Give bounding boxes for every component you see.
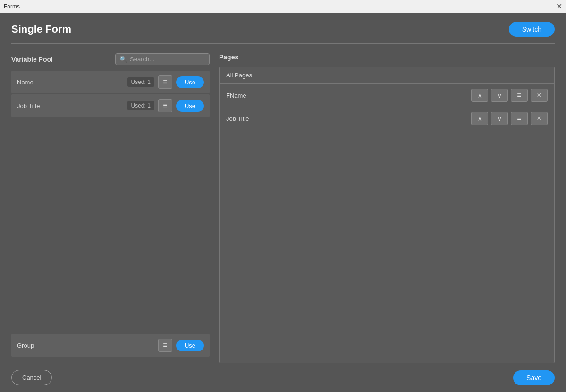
- variable-jobtitle-menu-button[interactable]: [158, 99, 172, 112]
- variable-pool-header: Variable Pool 🔍: [11, 53, 210, 65]
- page-jobtitle-label: Job Title: [226, 115, 468, 122]
- variable-item-name: Name Used: 1 Use: [11, 71, 210, 93]
- variable-list: Name Used: 1 Use Job Title Used: 1 Use: [11, 71, 210, 328]
- page-item-fname: FName: [220, 84, 554, 107]
- page-fname-label: FName: [226, 92, 468, 99]
- close-window-button[interactable]: ✕: [556, 3, 562, 10]
- body-panels: Variable Pool 🔍 Name Used: 1 Use Job Tit…: [0, 44, 566, 363]
- variable-jobtitle-use-button[interactable]: Use: [176, 100, 204, 112]
- left-panel-bottom: Group Use: [11, 328, 210, 363]
- jobtitle-close-button[interactable]: [531, 112, 548, 125]
- pages-title: Pages: [219, 53, 555, 61]
- fname-down-button[interactable]: [491, 89, 508, 102]
- chevron-up-icon: [478, 92, 482, 99]
- search-icon: 🔍: [119, 56, 127, 63]
- page-title: Single Form: [11, 23, 71, 35]
- hamburger-icon-2: [163, 101, 167, 110]
- switch-button[interactable]: Switch: [509, 22, 555, 37]
- pages-container: All Pages FName Job Title: [219, 67, 555, 363]
- fname-up-button[interactable]: [471, 89, 488, 102]
- variable-jobtitle-label: Job Title: [17, 102, 127, 109]
- variable-jobtitle-used: Used: 1: [127, 101, 154, 110]
- group-row: Group Use: [11, 334, 210, 357]
- jobtitle-down-button[interactable]: [491, 112, 508, 125]
- jobtitle-menu-button[interactable]: [511, 112, 528, 125]
- page-item-jobtitle: Job Title: [220, 107, 554, 130]
- main-container: Single Form Switch Variable Pool 🔍 Name …: [0, 13, 566, 392]
- fname-close-button[interactable]: [531, 89, 548, 102]
- footer: Cancel Save: [0, 363, 566, 392]
- variable-pool-title: Variable Pool: [11, 56, 53, 63]
- jobtitle-up-button[interactable]: [471, 112, 488, 125]
- variable-name-menu-button[interactable]: [158, 75, 172, 89]
- hamburger-icon-3: [163, 341, 167, 350]
- title-bar-label: Forms: [4, 3, 20, 10]
- save-button[interactable]: Save: [513, 370, 555, 385]
- chevron-down-icon: [498, 92, 502, 99]
- hamburger-icon-4: [517, 91, 521, 100]
- fname-menu-button[interactable]: [511, 89, 528, 102]
- group-menu-button[interactable]: [158, 339, 172, 352]
- hamburger-icon-5: [517, 114, 521, 123]
- chevron-down-icon-2: [498, 115, 502, 122]
- header: Single Form Switch: [0, 13, 566, 43]
- right-panel: Pages All Pages FName Job Title: [219, 53, 555, 363]
- variable-name-label: Name: [17, 79, 127, 86]
- variable-name-use-button[interactable]: Use: [176, 76, 204, 88]
- chevron-up-icon-2: [478, 115, 482, 122]
- group-label: Group: [17, 342, 158, 349]
- hamburger-icon: [163, 78, 167, 86]
- close-icon: [537, 91, 541, 100]
- search-box[interactable]: 🔍: [115, 53, 210, 65]
- group-use-button[interactable]: Use: [176, 340, 204, 351]
- title-bar: Forms ✕: [0, 0, 566, 13]
- close-icon-2: [537, 114, 541, 123]
- search-input[interactable]: [130, 56, 205, 63]
- all-pages-header: All Pages: [220, 67, 554, 84]
- left-panel: Variable Pool 🔍 Name Used: 1 Use Job Tit…: [11, 53, 210, 363]
- variable-name-used: Used: 1: [127, 77, 154, 87]
- cancel-button[interactable]: Cancel: [11, 370, 52, 385]
- variable-item-jobtitle: Job Title Used: 1 Use: [11, 94, 210, 117]
